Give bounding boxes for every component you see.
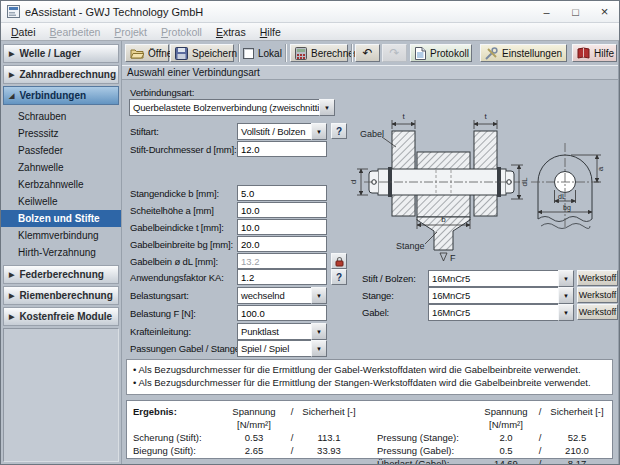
maximize-button[interactable]: □ xyxy=(561,1,590,22)
sidebar-item-hirth-verzahnung[interactable]: Hirth-Verzahnung xyxy=(1,244,121,261)
undo-icon: ↶ xyxy=(362,46,372,60)
tools-icon xyxy=(485,47,498,60)
anwendungsfaktor-help-button[interactable]: ? xyxy=(331,269,347,285)
krafteinleitung-select[interactable]: Punktlast ▼ xyxy=(237,323,327,340)
sidebar-item-passfeder[interactable]: Passfeder xyxy=(1,142,121,159)
close-button[interactable]: × xyxy=(590,1,619,22)
settings-label: Einstellungen xyxy=(502,48,562,59)
chevron-down-icon[interactable]: ▼ xyxy=(319,99,335,116)
stift-durchmesser-input[interactable] xyxy=(237,141,327,157)
stiftart-select[interactable]: Vollstift / Bolzen ▼ xyxy=(237,123,327,140)
result-safety: 8.17 xyxy=(545,457,609,464)
stangendicke-label: Stangendicke b [mm]: xyxy=(130,188,219,199)
chevron-down-icon[interactable]: ▼ xyxy=(558,304,574,321)
chevron-down-icon[interactable]: ▼ xyxy=(311,340,327,357)
menu-hilfe[interactable]: Hilfe xyxy=(253,25,288,39)
stange-werkstoff-button[interactable]: Werkstoff xyxy=(577,287,618,303)
sidebar-group-kostenfreie-module[interactable]: ▶ Kostenfreie Module xyxy=(3,307,119,326)
chevron-down-icon[interactable]: ▼ xyxy=(558,270,574,287)
chevron-down-icon[interactable]: ▼ xyxy=(558,287,574,304)
gabelbeinbreite-input[interactable] xyxy=(237,236,327,252)
chevron-down-icon[interactable]: ▼ xyxy=(311,287,327,304)
belastungsart-select[interactable]: wechselnd ▼ xyxy=(237,287,327,304)
sidebar-group-federberechnung[interactable]: ▶ Federberechnung xyxy=(3,265,119,284)
sidebar-item-keilwelle[interactable]: Keilwelle xyxy=(1,193,121,210)
sidebar-group-zahnradberechnung[interactable]: ▶ Zahnradberechnung xyxy=(3,65,119,84)
scheitelhoehe-input[interactable] xyxy=(237,202,327,218)
chevron-down-icon[interactable]: ▼ xyxy=(311,123,327,140)
gabel-material-select[interactable]: 16MnCr5 ▼ xyxy=(428,304,574,321)
diagram-dim-bg: bg xyxy=(563,204,571,212)
gabelbeindicke-input[interactable] xyxy=(237,219,327,235)
stange-material-select[interactable]: 16MnCr5 ▼ xyxy=(428,287,574,304)
results-right: Spannung [N/mm²] / Sicherheit [-] Pressu… xyxy=(377,405,609,464)
open-button[interactable]: Öffnen xyxy=(125,44,169,62)
passungen-select[interactable]: Spiel / Spiel ▼ xyxy=(237,340,327,357)
sidebar-item-kerbzahnwelle[interactable]: Kerbzahnwelle xyxy=(1,176,121,193)
sidebar-group-welle-lager[interactable]: ▶ Welle / Lager xyxy=(3,44,119,63)
sidebar-group-riemenberechnung[interactable]: ▶ Riemenberechnung xyxy=(3,286,119,305)
result-safety: 210.0 xyxy=(545,444,609,457)
lokal-checkbox[interactable] xyxy=(243,48,254,59)
bolt-connection-diagram: Gabel Stange F t t d dL b xyxy=(348,107,614,267)
sidebar-group-items: Schrauben Presssitz Passfeder Zahnwelle … xyxy=(1,106,121,264)
sidebar-item-zahnwelle[interactable]: Zahnwelle xyxy=(1,159,121,176)
stangendicke-input[interactable] xyxy=(237,185,327,201)
chevron-right-icon: ▶ xyxy=(9,292,14,300)
title-bar: eAssistant - GWJ Technology GmbH – □ × xyxy=(1,1,619,23)
lock-button[interactable] xyxy=(331,253,347,269)
chevron-right-icon: ▶ xyxy=(9,71,14,79)
chevron-expanded-icon: ◢ xyxy=(9,92,14,100)
diagram-dim-a: a xyxy=(596,166,605,171)
scheitelhoehe-label: Scheitelhöhe a [mm] xyxy=(130,205,214,216)
folder-icon xyxy=(130,47,144,59)
window-title: eAssistant - GWJ Technology GmbH xyxy=(25,6,203,18)
verbindungsart-label: Verbindungsart: xyxy=(130,87,194,98)
sidebar-item-presssitz[interactable]: Presssitz xyxy=(1,125,121,142)
settings-button[interactable]: Einstellungen xyxy=(480,44,567,62)
app-window: eAssistant - GWJ Technology GmbH – □ × D… xyxy=(0,0,620,465)
anwendungsfaktor-input[interactable] xyxy=(237,269,327,285)
result-stress: 0.5 xyxy=(477,444,535,457)
main-panel: Öffnen Speichern Lokal xyxy=(122,41,619,464)
sidebar-item-schrauben[interactable]: Schrauben xyxy=(1,108,121,125)
stiftart-help-button[interactable]: ? xyxy=(331,123,347,139)
stift-bolzen-material-select[interactable]: 16MnCr5 ▼ xyxy=(428,270,574,287)
save-label: Speichern xyxy=(192,48,237,59)
belastung-input[interactable] xyxy=(237,305,327,321)
lokal-toggle[interactable]: Lokal xyxy=(243,44,282,62)
result-row-label: Pressung (Gabel): xyxy=(377,444,477,457)
gabel-werkstoff-button[interactable]: Werkstoff xyxy=(577,304,618,320)
menu-bearbeiten: Bearbeiten xyxy=(43,25,108,39)
diagram-front-view: a dL bg xyxy=(531,143,605,229)
menu-extras[interactable]: Extras xyxy=(209,25,253,39)
toolbar-separator xyxy=(285,44,287,62)
result-row-label: Überlast (Gabel): xyxy=(377,457,477,464)
results-spacer xyxy=(377,405,477,431)
menu-datei[interactable]: Datei xyxy=(4,25,43,39)
result-slash: / xyxy=(287,444,297,457)
verbindungsart-select[interactable]: Querbelastete Bolzenverbindung (zweischn… xyxy=(129,99,335,116)
chevron-right-icon: ▶ xyxy=(9,313,14,321)
calculate-button[interactable]: Berechnen xyxy=(290,44,348,62)
sidebar-item-klemmverbindung[interactable]: Klemmverbindung xyxy=(1,227,121,244)
calculator-icon xyxy=(295,47,307,60)
diagram-dim-b: b xyxy=(441,215,446,224)
result-row-label: Biegung (Stift): xyxy=(133,444,221,457)
diagram-dim-t-left: t xyxy=(402,112,405,121)
body: ▶ Welle / Lager ▶ Zahnradberechnung ◢ Ve… xyxy=(1,41,619,464)
minimize-button[interactable]: – xyxy=(532,1,561,22)
stange-material-label: Stange: xyxy=(362,290,394,301)
sidebar-group-verbindungen[interactable]: ◢ Verbindungen xyxy=(3,86,119,105)
redo-button: ↷ xyxy=(382,44,407,62)
undo-button[interactable]: ↶ xyxy=(355,44,380,62)
gabel-material-value: 16MnCr5 xyxy=(428,304,558,321)
sidebar-empty-panel xyxy=(3,328,119,462)
result-safety: 52.5 xyxy=(545,431,609,444)
save-button[interactable]: Speichern xyxy=(170,44,234,62)
protocol-button[interactable]: Protokoll xyxy=(410,44,472,62)
stift-werkstoff-button[interactable]: Werkstoff xyxy=(577,270,618,286)
chevron-down-icon[interactable]: ▼ xyxy=(311,323,327,340)
sidebar-item-bolzen-und-stifte[interactable]: Bolzen und Stifte xyxy=(1,210,121,227)
help-button[interactable]: Hilfe xyxy=(572,44,617,62)
